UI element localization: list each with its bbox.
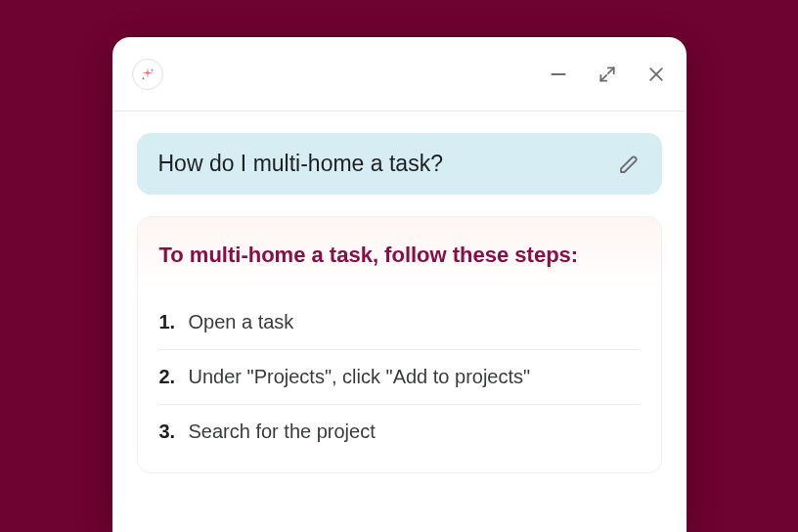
ai-assistant-modal: How do I multi-home a task? To multi-hom… (112, 37, 687, 532)
step-number: 1. (159, 311, 177, 333)
close-button[interactable] (645, 64, 667, 85)
titlebar (112, 37, 687, 111)
step-text: Open a task (189, 311, 294, 333)
step-item: 3. Search for the project (159, 405, 640, 459)
step-text: Search for the project (189, 421, 376, 443)
minimize-button[interactable] (548, 64, 569, 85)
step-number: 3. (159, 421, 177, 443)
expand-button[interactable] (597, 64, 618, 85)
step-item: 1. Open a task (159, 295, 640, 350)
question-bubble: How do I multi-home a task? (137, 133, 662, 195)
step-number: 2. (159, 366, 177, 388)
step-text: Under "Projects", click "Add to projects… (189, 366, 531, 388)
content-area: How do I multi-home a task? To multi-hom… (112, 111, 687, 495)
sparkle-logo (132, 59, 163, 90)
answer-title: To multi-home a task, follow these steps… (159, 243, 640, 268)
edit-question-button[interactable] (617, 153, 641, 176)
question-text: How do I multi-home a task? (158, 151, 443, 177)
answer-header: To multi-home a task, follow these steps… (138, 217, 661, 291)
step-item: 2. Under "Projects", click "Add to proje… (159, 350, 640, 405)
titlebar-actions (548, 64, 667, 85)
steps-list: 1. Open a task 2. Under "Projects", clic… (138, 291, 661, 472)
answer-card: To multi-home a task, follow these steps… (137, 216, 662, 473)
